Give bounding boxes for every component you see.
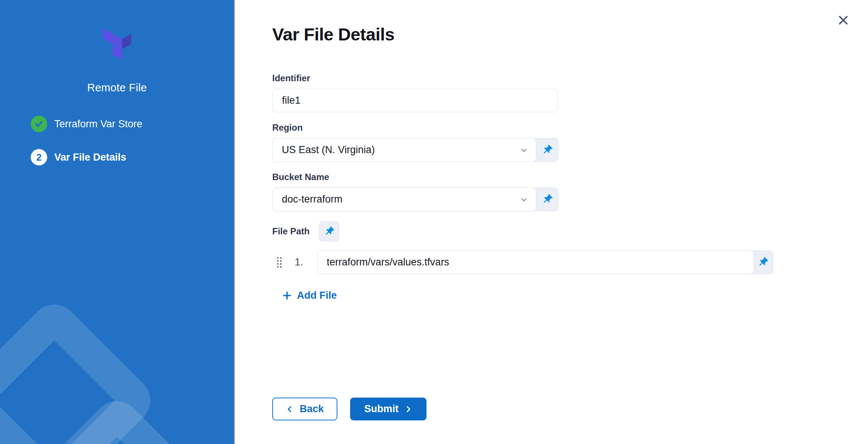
file-path-row: 1. xyxy=(272,250,868,274)
close-icon xyxy=(836,13,850,27)
bucket-select-group: doc-terraform xyxy=(272,188,558,211)
file-path-label: File Path xyxy=(272,226,310,237)
file-path-pin-button[interactable] xyxy=(319,221,339,241)
add-file-button[interactable]: Add File xyxy=(282,290,337,301)
pushpin-icon xyxy=(324,226,335,237)
region-select[interactable]: US East (N. Virginia) xyxy=(272,138,537,162)
var-file-details-panel: Var File Details Identifier Region US Ea… xyxy=(235,0,868,444)
chevron-down-icon xyxy=(519,195,528,204)
wizard-steps: Terraform Var Store 2 Var File Details xyxy=(31,116,234,165)
region-pin-button[interactable] xyxy=(536,139,558,161)
bucket-selected-value: doc-terraform xyxy=(282,194,520,205)
back-button-label: Back xyxy=(300,403,324,415)
bucket-field-group: Bucket Name doc-terraform xyxy=(272,172,868,211)
region-label: Region xyxy=(272,122,868,133)
var-file-form: Identifier Region US East (N. Virginia) xyxy=(272,73,868,420)
region-field-group: Region US East (N. Virginia) xyxy=(272,122,868,162)
check-icon xyxy=(34,119,44,129)
wizard-title: Remote File xyxy=(0,82,234,94)
file-path-input-group xyxy=(317,250,773,274)
step-var-file-details[interactable]: 2 Var File Details xyxy=(31,149,234,165)
pushpin-icon xyxy=(541,144,553,156)
step-number-badge: 2 xyxy=(31,149,47,165)
step-completed-badge xyxy=(31,116,47,132)
region-select-group: US East (N. Virginia) xyxy=(272,138,558,162)
file-path-header: File Path xyxy=(272,221,868,241)
file-path-input[interactable] xyxy=(317,250,754,274)
wizard-sidebar: Remote File Terraform Var Store 2 Var Fi… xyxy=(0,0,235,444)
close-button[interactable] xyxy=(834,11,852,29)
bucket-name-select[interactable]: doc-terraform xyxy=(272,188,537,212)
chevron-left-icon xyxy=(286,405,294,413)
plus-icon xyxy=(282,291,292,301)
back-button[interactable]: Back xyxy=(272,398,337,420)
bucket-pin-button[interactable] xyxy=(536,188,558,211)
bucket-name-label: Bucket Name xyxy=(272,172,868,182)
identifier-input[interactable] xyxy=(272,89,558,112)
identifier-field-group: Identifier xyxy=(272,73,868,112)
page-title: Var File Details xyxy=(272,24,868,45)
pushpin-icon xyxy=(757,256,769,268)
step-terraform-var-store[interactable]: Terraform Var Store xyxy=(31,116,234,132)
step-label: Terraform Var Store xyxy=(54,118,142,130)
file-index: 1. xyxy=(295,256,303,268)
wizard-actions: Back Submit xyxy=(272,398,868,420)
drag-handle-dots-icon xyxy=(276,256,283,269)
region-selected-value: US East (N. Virginia) xyxy=(282,144,520,156)
chevron-right-icon xyxy=(404,405,412,413)
terraform-logo xyxy=(99,25,135,65)
identifier-label: Identifier xyxy=(272,73,868,83)
step-number: 2 xyxy=(36,152,42,163)
submit-button[interactable]: Submit xyxy=(350,398,427,420)
step-label: Var File Details xyxy=(54,152,126,163)
add-file-label: Add File xyxy=(297,290,337,301)
chevron-down-icon xyxy=(519,146,528,155)
drag-handle[interactable] xyxy=(276,256,283,269)
pushpin-icon xyxy=(541,194,553,205)
submit-button-label: Submit xyxy=(364,403,399,415)
